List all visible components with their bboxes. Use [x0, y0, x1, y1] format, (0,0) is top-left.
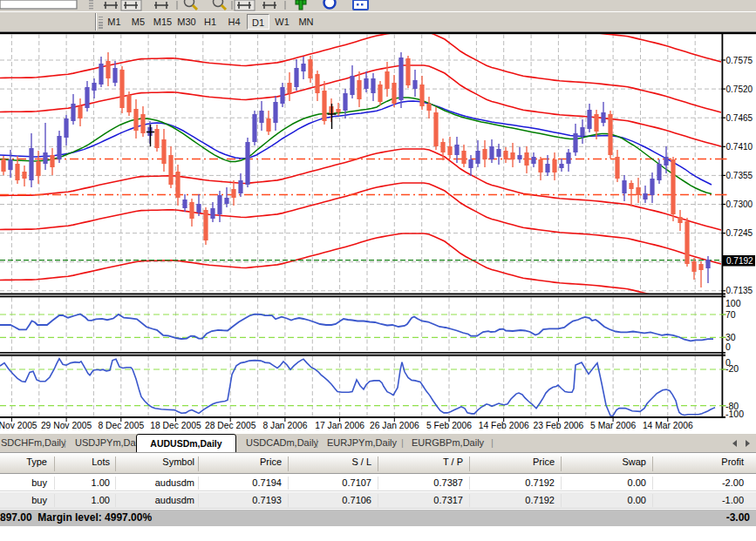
svg-text:18 Dec 2005: 18 Dec 2005: [150, 421, 201, 430]
svg-text:0.7192: 0.7192: [726, 256, 753, 266]
svg-text:0.7520: 0.7520: [726, 85, 753, 94]
svg-text:0.7355: 0.7355: [726, 171, 753, 180]
svg-text:0.7410: 0.7410: [726, 142, 753, 152]
svg-text:5 Mar 2006: 5 Mar 2006: [590, 421, 636, 430]
svg-text:5 Feb 2006: 5 Feb 2006: [426, 421, 472, 430]
svg-text:8 Dec 2005: 8 Dec 2005: [98, 421, 144, 430]
svg-text:17 Jan 2006: 17 Jan 2006: [315, 421, 364, 430]
svg-text:0.7465: 0.7465: [726, 113, 753, 123]
svg-text:23 Feb 2006: 23 Feb 2006: [533, 421, 583, 430]
svg-text:29 Nov 2005: 29 Nov 2005: [41, 421, 92, 430]
svg-text:28 Dec 2005: 28 Dec 2005: [205, 421, 256, 430]
svg-text:70: 70: [725, 309, 736, 320]
svg-text:26 Jan 2006: 26 Jan 2006: [370, 421, 419, 430]
svg-text:-100: -100: [725, 409, 744, 419]
svg-text:14 Feb 2006: 14 Feb 2006: [479, 421, 529, 430]
svg-text:19 Nov 2005: 19 Nov 2005: [0, 421, 37, 430]
svg-text:-20: -20: [725, 363, 739, 374]
svg-text:0: 0: [725, 342, 731, 352]
svg-text:8 Jan 2006: 8 Jan 2006: [262, 421, 307, 430]
svg-text:14 Mar 2006: 14 Mar 2006: [643, 421, 693, 430]
svg-text:100: 100: [725, 298, 741, 308]
svg-text:0.7575: 0.7575: [726, 56, 753, 65]
svg-text:0.7245: 0.7245: [726, 228, 753, 238]
svg-text:0.7300: 0.7300: [726, 199, 753, 209]
svg-text:0.7135: 0.7135: [726, 286, 753, 295]
